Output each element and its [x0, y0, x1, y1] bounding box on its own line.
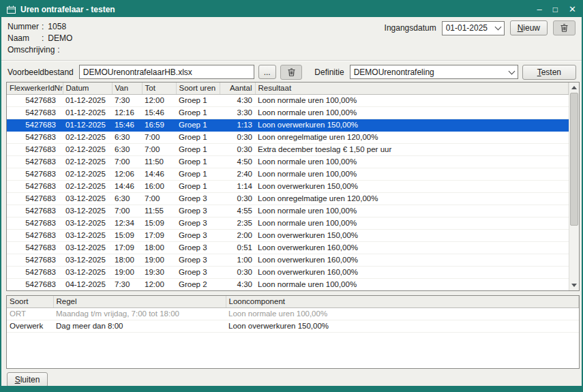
minimize-button[interactable]: –: [537, 5, 542, 14]
definitie-label: Definitie: [314, 67, 345, 77]
cell: Loon overwerkuren 150,00%: [255, 229, 569, 241]
trash-icon: [288, 68, 295, 76]
scroll-down-button[interactable]: [569, 280, 579, 290]
cell: 03-12-2025: [63, 241, 112, 254]
column-header[interactable]: Aantal: [220, 82, 255, 94]
results-grid: FlexwerkerIdNrDatumVanTotSoort urenAanta…: [6, 82, 580, 291]
cell: 02-12-2025: [63, 131, 112, 143]
cell: Groep 1: [176, 131, 220, 143]
cell: Loon overwerkuren 150,00%: [255, 119, 569, 131]
omschrijving-label: Omschrijving: [8, 44, 57, 56]
cell: Loon onregelmatige uren 120,00%: [255, 131, 569, 143]
result-row[interactable]: 542768303-12-202519:0019:30Groep 30:30Lo…: [7, 266, 569, 278]
ingangsdatum-select[interactable]: 01-01-2025: [442, 21, 505, 35]
cell: 5427683: [7, 229, 63, 241]
browse-button[interactable]: ...: [258, 65, 276, 79]
cell: 6:30: [112, 131, 142, 143]
chevron-down-icon: [506, 65, 518, 78]
cell: Groep 3: [176, 241, 220, 254]
result-row[interactable]: 542768302-12-20257:0011:50Groep 14:50Loo…: [7, 155, 569, 168]
cell: Groep 3: [176, 266, 220, 278]
dialog-window: Uren ontrafelaar - testen – □ ✕ Nummer:1…: [0, 0, 583, 392]
result-row[interactable]: 542768301-12-202512:1615:46Groep 13:30Lo…: [7, 106, 569, 119]
cell: Dag meer dan 8:00: [53, 320, 226, 332]
cell: Groep 3: [176, 254, 220, 266]
column-header[interactable]: Datum: [63, 82, 112, 94]
result-row[interactable]: 542768301-12-202515:4616:59Groep 11:13Lo…: [7, 119, 569, 131]
column-header[interactable]: Van: [112, 82, 142, 94]
cell: Loon normale uren 100,00%: [255, 278, 569, 290]
cell: 3:30: [220, 106, 255, 119]
cell: 5427683: [7, 266, 63, 278]
column-header[interactable]: Regel: [53, 296, 226, 307]
cell: 0:30: [220, 143, 255, 155]
result-row[interactable]: 542768304-12-20257:3012:00Groep 24:30Loo…: [7, 278, 569, 290]
results-rows: 542768301-12-20257:3012:00Groep 14:30Loo…: [7, 94, 569, 290]
cell: Groep 1: [176, 94, 220, 106]
result-row[interactable]: 542768303-12-202515:0917:09Groep 32:00Lo…: [7, 229, 569, 241]
sluiten-button[interactable]: Sluiten: [7, 372, 48, 387]
cell: 5427683: [7, 119, 63, 131]
cell: 0:30: [220, 131, 255, 143]
column-header[interactable]: Soort uren: [176, 82, 220, 94]
voorbeeldbestand-input[interactable]: [79, 65, 254, 79]
column-header[interactable]: FlexwerkerIdNr: [7, 82, 63, 94]
cell: Groep 3: [176, 217, 220, 229]
column-header[interactable]: Looncomponent: [226, 296, 579, 307]
result-row[interactable]: 542768302-12-202512:0614:46Groep 12:40Lo…: [7, 168, 569, 180]
testen-button[interactable]: Testen: [522, 65, 576, 80]
cell: 5427683: [7, 143, 63, 155]
column-header[interactable]: Resultaat: [255, 82, 569, 94]
results-header-row: FlexwerkerIdNrDatumVanTotSoort urenAanta…: [7, 82, 569, 94]
result-row[interactable]: 542768301-12-20257:3012:00Groep 14:30Loo…: [7, 94, 569, 106]
cell: ORT: [7, 307, 53, 320]
trash-icon: [560, 24, 568, 32]
cell: Loon normale uren 100,00%: [255, 217, 569, 229]
scroll-up-button[interactable]: [569, 82, 579, 93]
delete-bestand-button[interactable]: [280, 65, 303, 80]
nieuw-button[interactable]: Nieuw: [510, 20, 548, 35]
cell: 5427683: [7, 217, 63, 229]
result-row[interactable]: 542768303-12-20257:0011:55Groep 34:55Loo…: [7, 205, 569, 217]
cell: 5427683: [7, 131, 63, 143]
result-row[interactable]: 542768303-12-202517:0918:00Groep 30:51Lo…: [7, 241, 569, 254]
close-button[interactable]: ✕: [569, 5, 576, 14]
cell: 7:00: [112, 205, 142, 217]
delete-ingangsdatum-button[interactable]: [553, 20, 575, 35]
cell: Extra december toeslag € 1,50 per uur: [255, 143, 569, 155]
result-row[interactable]: 542768302-12-202514:4616:00Groep 11:14Lo…: [7, 180, 569, 192]
rules-rows: ORTMaandag t/m vrijdag, 7:00 tot 18:00Lo…: [7, 307, 579, 332]
cell: 16:59: [142, 119, 176, 131]
cell: 02-12-2025: [63, 155, 112, 168]
rule-row[interactable]: OverwerkDag meer dan 8:00Loon overwerkur…: [7, 320, 579, 332]
rule-row[interactable]: ORTMaandag t/m vrijdag, 7:00 tot 18:00Lo…: [7, 307, 579, 320]
vertical-scrollbar[interactable]: [569, 82, 579, 290]
cell: 2:40: [220, 168, 255, 180]
cell: 7:30: [112, 278, 142, 290]
cell: 0:51: [220, 241, 255, 254]
column-header[interactable]: Soort: [7, 296, 53, 307]
result-row[interactable]: 542768302-12-20256:307:00Groep 10:30Loon…: [7, 131, 569, 143]
cell: 4:30: [220, 94, 255, 106]
result-row[interactable]: 542768302-12-20256:307:00Groep 10:30Extr…: [7, 143, 569, 155]
maximize-button[interactable]: □: [553, 5, 558, 14]
separator: [1, 60, 582, 61]
cell: Loon overwerkuren 160,00%: [255, 266, 569, 278]
result-row[interactable]: 542768303-12-20256:307:00Groep 30:30Loon…: [7, 192, 569, 205]
scrollbar-thumb[interactable]: [570, 93, 578, 226]
cell: Groep 1: [176, 143, 220, 155]
column-header[interactable]: Tot: [142, 82, 176, 94]
cell: 14:46: [142, 168, 176, 180]
result-row[interactable]: 542768303-12-202512:3415:09Groep 32:35Lo…: [7, 217, 569, 229]
cell: Groep 1: [176, 168, 220, 180]
naam-value: DEMO: [48, 33, 72, 43]
definitie-select[interactable]: DEMOUrenontrafeling: [350, 65, 518, 79]
cell: 19:00: [112, 266, 142, 278]
result-row[interactable]: 542768303-12-202518:0019:00Groep 31:00Lo…: [7, 254, 569, 266]
cell: 5427683: [7, 205, 63, 217]
cell: 19:00: [142, 254, 176, 266]
nummer-value: 1058: [48, 22, 66, 31]
cell: 02-12-2025: [63, 180, 112, 192]
voorbeeldbestand-label: Voorbeeldbestand: [8, 67, 75, 77]
cell: Overwerk: [7, 320, 53, 332]
